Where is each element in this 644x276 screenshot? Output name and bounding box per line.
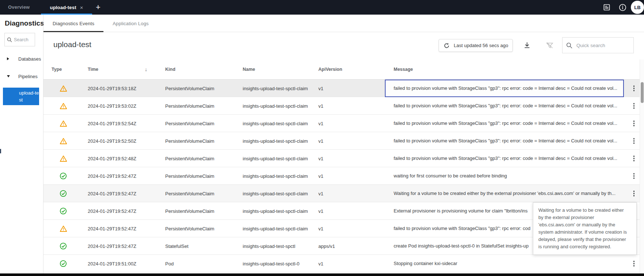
new-tab-button[interactable]: + <box>96 3 101 12</box>
time-cell: 2024-01-29T19:52:47Z <box>88 208 165 214</box>
apiversion-cell: v1 <box>318 121 385 126</box>
kind-cell: PersistentVolumeClaim <box>165 191 243 196</box>
sidebar-item-upload-test-selected[interactable]: upload-test <box>3 88 39 105</box>
column-header-kind[interactable]: Kind <box>165 60 243 79</box>
table-row[interactable]: 2024-01-29T19:52:47ZPersistentVolumeClai… <box>43 167 644 185</box>
chevron-right-icon[interactable] <box>7 57 9 60</box>
table-row[interactable]: 2024-01-29T19:52:48ZPersistentVolumeClai… <box>43 150 644 167</box>
refresh-button[interactable]: Last updated 56 secs ago <box>439 39 513 52</box>
column-header-name[interactable]: Name <box>243 60 318 79</box>
kebab-menu-icon[interactable] <box>630 83 638 93</box>
chevron-down-icon[interactable] <box>7 75 10 77</box>
success-icon <box>60 207 67 215</box>
kebab-menu-icon[interactable] <box>630 258 638 269</box>
kind-cell: PersistentVolumeClaim <box>165 103 243 109</box>
apiversion-cell: v1 <box>318 86 385 91</box>
filter-off-icon[interactable] <box>545 41 554 50</box>
avatar[interactable]: LB <box>631 1 644 14</box>
warning-icon <box>60 155 67 162</box>
name-cell: insights-upload-test-spctl-claim <box>243 121 318 126</box>
table-row[interactable]: 2024-01-29T19:51:00ZPodinsights-upload-t… <box>43 255 644 272</box>
message-tooltip: Waiting for a volume to be created eithe… <box>533 202 637 255</box>
message-cell[interactable]: Waiting for a volume to be created eithe… <box>385 185 624 202</box>
apiversion-cell: apps/v1 <box>318 244 385 249</box>
warning-type-cell <box>43 103 88 110</box>
name-cell: insights-upload-test-spctl-claim <box>243 156 318 161</box>
success-icon <box>60 242 67 250</box>
kebab-menu-icon[interactable] <box>630 188 638 199</box>
info-icon[interactable] <box>618 3 627 12</box>
tab-upload-test[interactable]: upload-test × <box>41 0 92 15</box>
apiversion-cell: v1 <box>318 156 385 161</box>
tab-overview[interactable]: Overview <box>8 0 30 15</box>
warning-icon <box>60 120 67 127</box>
message-cell[interactable]: waiting for first consumer to be created… <box>385 167 624 185</box>
top-bar: Overview upload-test × + LB <box>0 0 644 15</box>
kind-cell: Pod <box>165 261 243 267</box>
quick-search-input[interactable] <box>576 43 624 48</box>
kind-cell: PersistentVolumeClaim <box>165 138 243 144</box>
download-icon[interactable] <box>522 41 532 50</box>
message-cell[interactable]: failed to provision volume with StorageC… <box>385 115 624 132</box>
sidebar-resize-tick[interactable] <box>0 149 1 153</box>
apiversion-cell: v1 <box>318 103 385 109</box>
time-cell: 2024-01-29T19:52:47Z <box>88 173 165 179</box>
name-cell: insights-upload-test-spctl-claim <box>243 86 318 91</box>
time-cell: 2024-01-29T19:52:54Z <box>88 121 165 126</box>
quick-search[interactable] <box>562 37 634 53</box>
success-type-cell <box>43 190 88 197</box>
time-cell: 2024-01-29T19:52:47Z <box>88 244 165 249</box>
table-row[interactable]: 2024-01-29T19:52:54ZPersistentVolumeClai… <box>43 115 644 132</box>
close-tab-icon[interactable]: × <box>80 5 83 10</box>
table-row[interactable]: 2024-01-29T19:53:02ZPersistentVolumeClai… <box>43 97 644 115</box>
release-notes-icon[interactable] <box>602 3 611 12</box>
column-header-apiversion[interactable]: ApiVersion <box>318 60 385 79</box>
kebab-menu-icon[interactable] <box>630 171 638 181</box>
kind-cell: PersistentVolumeClaim <box>165 226 243 231</box>
scrollbar-thumb[interactable] <box>641 82 644 103</box>
warning-type-cell <box>43 155 88 162</box>
apiversion-cell: v1 <box>318 191 385 196</box>
main-tab-bar: Diagnostics Events Application Logs <box>43 15 644 32</box>
message-cell[interactable]: failed to provision volume with StorageC… <box>385 150 624 167</box>
kind-cell: PersistentVolumeClaim <box>165 86 243 91</box>
warning-icon <box>60 225 67 232</box>
sidebar-item-label: Pipelines <box>18 74 38 79</box>
warning-type-cell <box>43 138 88 145</box>
message-cell[interactable]: failed to provision volume with StorageC… <box>385 80 624 97</box>
tab-diagnostics-events[interactable]: Diagnostics Events <box>43 15 103 32</box>
kebab-menu-icon[interactable] <box>630 153 638 164</box>
column-header-message[interactable]: Message <box>385 60 624 79</box>
name-cell: insights-upload-test-spctl-claim <box>243 173 318 179</box>
message-cell[interactable]: Stopping container kxi-sidecar <box>385 255 624 272</box>
vertical-scrollbar[interactable] <box>640 60 644 273</box>
sidebar-title: Diagnostics <box>5 19 44 27</box>
search-input[interactable] <box>14 37 32 42</box>
table-row[interactable]: 2024-01-29T19:52:50ZPersistentVolumeClai… <box>43 132 644 150</box>
warning-type-cell <box>43 225 88 232</box>
success-type-cell <box>43 172 88 180</box>
refresh-icon <box>443 42 450 49</box>
kind-cell: PersistentVolumeClaim <box>165 156 243 161</box>
name-cell: insights-upload-test-spctl-claim <box>243 226 318 231</box>
column-header-type[interactable]: Type <box>43 60 88 79</box>
name-cell: insights-upload-test-spctl-claim <box>243 191 318 196</box>
time-cell: 2024-01-29T19:52:47Z <box>88 226 165 231</box>
kebab-menu-icon[interactable] <box>630 118 638 129</box>
success-type-cell <box>43 242 88 250</box>
sidebar-item-databases[interactable]: Databases <box>0 53 43 65</box>
warning-type-cell <box>43 120 88 127</box>
table-row[interactable]: 2024-01-29T19:52:47ZPersistentVolumeClai… <box>43 185 644 202</box>
tab-application-logs[interactable]: Application Logs <box>103 15 158 32</box>
message-cell[interactable]: failed to provision volume with StorageC… <box>385 132 624 150</box>
sort-desc-icon[interactable]: ↓ <box>145 66 147 72</box>
sidebar-item-pipelines[interactable]: Pipelines <box>0 70 43 83</box>
sidebar-search[interactable] <box>4 33 35 46</box>
table-row[interactable]: 2024-01-29T19:53:18ZPersistentVolumeClai… <box>43 80 644 97</box>
column-header-time[interactable]: Time ↓ <box>88 60 165 79</box>
kebab-menu-icon[interactable] <box>630 101 638 111</box>
time-cell: 2024-01-29T19:53:18Z <box>88 86 165 91</box>
kebab-menu-icon[interactable] <box>630 136 638 146</box>
message-cell[interactable]: failed to provision volume with StorageC… <box>385 97 624 115</box>
tab-upload-test-label: upload-test <box>50 5 76 10</box>
